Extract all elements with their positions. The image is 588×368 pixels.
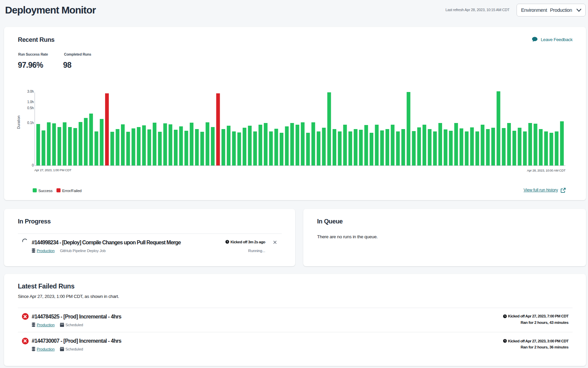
svg-text:Apr 28, 2023, 10:00 AM CDT: Apr 28, 2023, 10:00 AM CDT [527,168,566,172]
svg-text:1.0h: 1.0h [27,100,34,104]
svg-text:0.5h: 0.5h [27,106,34,110]
svg-text:Apr 27, 2023, 1:00 PM CDT: Apr 27, 2023, 1:00 PM CDT [34,168,71,172]
svg-text:3.0h: 3.0h [27,89,34,93]
svg-text:Duration: Duration [17,116,21,129]
svg-text:0.1h: 0.1h [27,121,34,125]
svg-text:Error/Failed: Error/Failed [62,189,82,193]
svg-text:Success: Success [38,189,53,193]
svg-text:0: 0 [32,163,34,167]
